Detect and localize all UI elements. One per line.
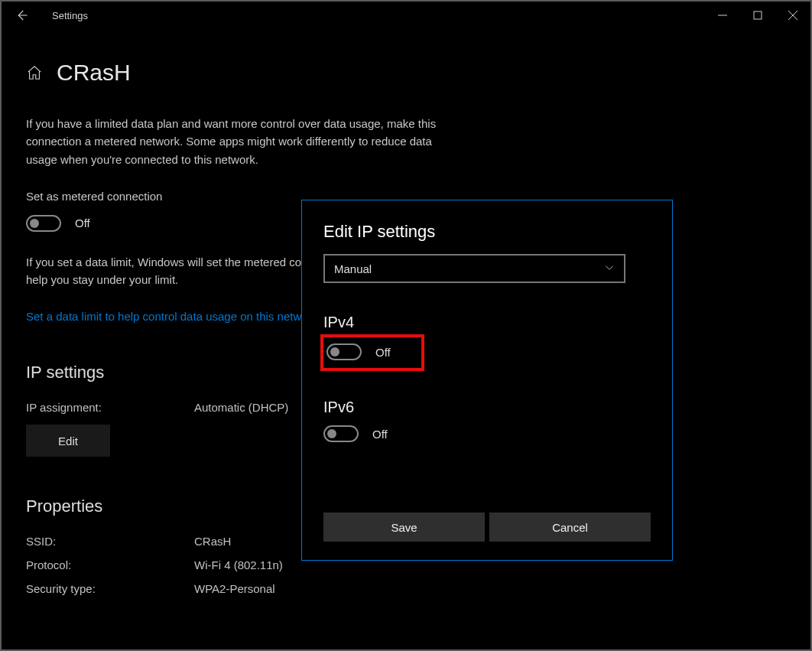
metered-toggle[interactable] — [26, 215, 61, 232]
home-icon — [26, 64, 43, 81]
minimize-button[interactable] — [705, 2, 740, 29]
page-header: CRasH — [26, 60, 786, 86]
titlebar: Settings — [2, 2, 810, 29]
property-value: CRasH — [194, 535, 231, 548]
edit-ip-dialog: Edit IP settings Manual IPv4 Off IPv6 Of… — [301, 200, 673, 561]
ipv4-toggle[interactable] — [326, 343, 362, 360]
metered-toggle-state: Off — [75, 216, 90, 229]
ipv4-label: IPv4 — [323, 314, 651, 331]
chevron-down-icon — [604, 262, 615, 275]
ipv6-toggle-row: Off — [323, 422, 651, 445]
ip-assignment-value: Automatic (DHCP) — [194, 401, 288, 414]
property-value: WPA2-Personal — [194, 582, 275, 595]
property-key: SSID: — [26, 535, 194, 548]
property-key: Security type: — [26, 582, 194, 595]
back-button[interactable] — [5, 2, 38, 29]
dialog-title: Edit IP settings — [323, 222, 651, 242]
ip-mode-dropdown[interactable]: Manual — [323, 254, 625, 283]
dialog-buttons: Save Cancel — [323, 513, 651, 542]
svg-rect-1 — [754, 11, 762, 19]
window-controls — [705, 2, 810, 29]
ipv4-toggle-state: Off — [375, 346, 391, 359]
titlebar-title: Settings — [52, 10, 88, 21]
ipv6-toggle-state: Off — [372, 428, 388, 441]
ipv4-toggle-row: Off — [323, 337, 421, 368]
ip-assignment-label: IP assignment: — [26, 401, 194, 414]
cancel-button[interactable]: Cancel — [489, 513, 651, 542]
dropdown-value: Manual — [334, 262, 372, 275]
ipv6-label: IPv6 — [323, 399, 651, 416]
page-title: CRasH — [57, 60, 131, 86]
property-row-security: Security type: WPA2-Personal — [26, 582, 786, 595]
save-button[interactable]: Save — [323, 513, 485, 542]
property-value: Wi-Fi 4 (802.11n) — [194, 558, 283, 571]
maximize-button[interactable] — [740, 2, 775, 29]
property-key: Protocol: — [26, 558, 194, 571]
edit-ip-button[interactable]: Edit — [26, 425, 110, 457]
ipv6-toggle[interactable] — [323, 425, 359, 442]
close-button[interactable] — [775, 2, 810, 29]
metered-description: If you have a limited data plan and want… — [26, 115, 454, 168]
